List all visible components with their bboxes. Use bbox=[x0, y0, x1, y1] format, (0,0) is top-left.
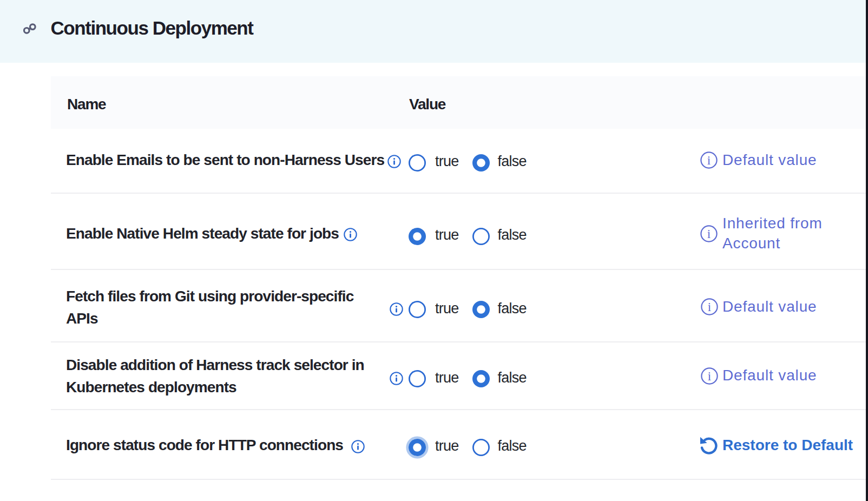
svg-text:i: i bbox=[707, 227, 711, 241]
svg-text:i: i bbox=[707, 370, 711, 383]
svg-text:i: i bbox=[707, 300, 711, 314]
svg-text:i: i bbox=[707, 154, 711, 167]
